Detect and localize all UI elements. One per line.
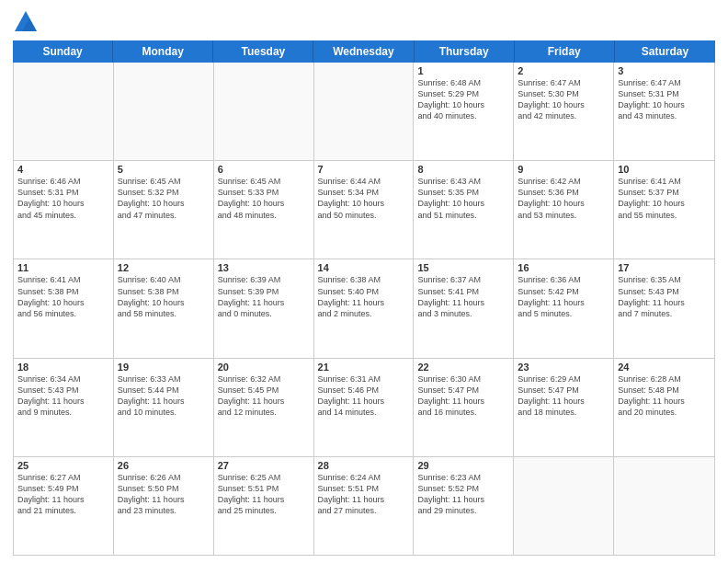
- empty-cell-0-3: [314, 63, 415, 160]
- day-number: 1: [417, 65, 509, 76]
- day-number: 4: [17, 164, 109, 175]
- day-number: 21: [318, 362, 410, 373]
- day-number: 19: [118, 362, 210, 373]
- day-number: 28: [318, 460, 410, 471]
- day-info: Sunrise: 6:42 AMSunset: 5:36 PMDaylight:…: [518, 176, 609, 221]
- day-info: Sunrise: 6:32 AMSunset: 5:45 PMDaylight:…: [218, 373, 310, 419]
- calendar-row-5: 25Sunrise: 6:27 AMSunset: 5:49 PMDayligh…: [14, 457, 714, 555]
- day-info: Sunrise: 6:33 AMSunset: 5:44 PMDaylight:…: [118, 373, 210, 419]
- day-header-sunday: Sunday: [13, 40, 113, 63]
- day-cell-17: 17Sunrise: 6:35 AMSunset: 5:43 PMDayligh…: [614, 259, 714, 357]
- day-header-friday: Friday: [515, 40, 615, 63]
- day-cell-4: 4Sunrise: 6:46 AMSunset: 5:31 PMDaylight…: [14, 161, 114, 259]
- day-header-thursday: Thursday: [415, 40, 515, 63]
- calendar-row-2: 4Sunrise: 6:46 AMSunset: 5:31 PMDaylight…: [14, 161, 714, 259]
- empty-cell-0-0: [14, 63, 114, 160]
- day-info: Sunrise: 6:34 AMSunset: 5:43 PMDaylight:…: [17, 373, 109, 419]
- logo-icon: [13, 9, 39, 35]
- day-number: 3: [618, 65, 711, 76]
- day-cell-21: 21Sunrise: 6:31 AMSunset: 5:46 PMDayligh…: [314, 359, 415, 456]
- day-number: 24: [618, 362, 711, 373]
- day-cell-13: 13Sunrise: 6:39 AMSunset: 5:39 PMDayligh…: [214, 259, 314, 357]
- day-cell-5: 5Sunrise: 6:45 AMSunset: 5:32 PMDaylight…: [114, 161, 214, 259]
- day-info: Sunrise: 6:48 AMSunset: 5:29 PMDaylight:…: [417, 77, 509, 122]
- day-cell-25: 25Sunrise: 6:27 AMSunset: 5:49 PMDayligh…: [14, 457, 114, 555]
- day-info: Sunrise: 6:44 AMSunset: 5:34 PMDaylight:…: [318, 176, 410, 221]
- day-number: 15: [417, 262, 509, 273]
- day-cell-24: 24Sunrise: 6:28 AMSunset: 5:48 PMDayligh…: [614, 359, 714, 456]
- day-cell-8: 8Sunrise: 6:43 AMSunset: 5:35 PMDaylight…: [414, 161, 514, 259]
- day-number: 9: [518, 164, 609, 175]
- header: [13, 9, 715, 35]
- day-cell-3: 3Sunrise: 6:47 AMSunset: 5:31 PMDaylight…: [614, 63, 714, 160]
- day-cell-20: 20Sunrise: 6:32 AMSunset: 5:45 PMDayligh…: [214, 359, 314, 456]
- day-number: 16: [518, 262, 609, 273]
- calendar-row-1: 1Sunrise: 6:48 AMSunset: 5:29 PMDaylight…: [14, 63, 714, 161]
- day-cell-2: 2Sunrise: 6:47 AMSunset: 5:30 PMDaylight…: [514, 63, 614, 160]
- day-cell-1: 1Sunrise: 6:48 AMSunset: 5:29 PMDaylight…: [414, 63, 514, 160]
- day-number: 17: [618, 262, 711, 273]
- day-cell-11: 11Sunrise: 6:41 AMSunset: 5:38 PMDayligh…: [14, 259, 114, 357]
- day-info: Sunrise: 6:30 AMSunset: 5:47 PMDaylight:…: [417, 373, 509, 419]
- calendar-body: 1Sunrise: 6:48 AMSunset: 5:29 PMDaylight…: [13, 63, 715, 556]
- day-info: Sunrise: 6:29 AMSunset: 5:47 PMDaylight:…: [518, 373, 609, 419]
- day-info: Sunrise: 6:23 AMSunset: 5:52 PMDaylight:…: [417, 472, 509, 517]
- day-number: 10: [618, 164, 711, 175]
- day-info: Sunrise: 6:25 AMSunset: 5:51 PMDaylight:…: [218, 472, 310, 517]
- day-info: Sunrise: 6:46 AMSunset: 5:31 PMDaylight:…: [17, 176, 109, 221]
- day-info: Sunrise: 6:39 AMSunset: 5:39 PMDaylight:…: [218, 274, 310, 319]
- empty-cell-0-2: [214, 63, 314, 160]
- day-number: 2: [518, 65, 609, 76]
- day-header-tuesday: Tuesday: [213, 40, 313, 63]
- day-info: Sunrise: 6:26 AMSunset: 5:50 PMDaylight:…: [118, 472, 210, 517]
- day-cell-12: 12Sunrise: 6:40 AMSunset: 5:38 PMDayligh…: [114, 259, 214, 357]
- day-info: Sunrise: 6:36 AMSunset: 5:42 PMDaylight:…: [518, 274, 609, 319]
- day-number: 25: [17, 460, 109, 471]
- day-number: 11: [17, 262, 109, 273]
- day-info: Sunrise: 6:45 AMSunset: 5:33 PMDaylight:…: [218, 176, 310, 221]
- day-cell-19: 19Sunrise: 6:33 AMSunset: 5:44 PMDayligh…: [114, 359, 214, 456]
- calendar: SundayMondayTuesdayWednesdayThursdayFrid…: [13, 40, 715, 556]
- day-cell-10: 10Sunrise: 6:41 AMSunset: 5:37 PMDayligh…: [614, 161, 714, 259]
- day-cell-29: 29Sunrise: 6:23 AMSunset: 5:52 PMDayligh…: [414, 457, 514, 555]
- day-cell-6: 6Sunrise: 6:45 AMSunset: 5:33 PMDaylight…: [214, 161, 314, 259]
- day-number: 13: [218, 262, 310, 273]
- day-cell-16: 16Sunrise: 6:36 AMSunset: 5:42 PMDayligh…: [514, 259, 614, 357]
- day-cell-14: 14Sunrise: 6:38 AMSunset: 5:40 PMDayligh…: [314, 259, 415, 357]
- empty-cell-4-6: [614, 457, 714, 555]
- day-cell-26: 26Sunrise: 6:26 AMSunset: 5:50 PMDayligh…: [114, 457, 214, 555]
- day-cell-9: 9Sunrise: 6:42 AMSunset: 5:36 PMDaylight…: [514, 161, 614, 259]
- day-info: Sunrise: 6:43 AMSunset: 5:35 PMDaylight:…: [417, 176, 509, 221]
- day-info: Sunrise: 6:35 AMSunset: 5:43 PMDaylight:…: [618, 274, 711, 319]
- logo: [13, 9, 42, 35]
- day-header-monday: Monday: [113, 40, 213, 63]
- day-info: Sunrise: 6:41 AMSunset: 5:38 PMDaylight:…: [17, 274, 109, 319]
- day-number: 8: [417, 164, 509, 175]
- day-cell-27: 27Sunrise: 6:25 AMSunset: 5:51 PMDayligh…: [214, 457, 314, 555]
- day-info: Sunrise: 6:47 AMSunset: 5:30 PMDaylight:…: [518, 77, 609, 122]
- day-number: 29: [417, 460, 509, 471]
- day-info: Sunrise: 6:41 AMSunset: 5:37 PMDaylight:…: [618, 176, 711, 221]
- day-cell-15: 15Sunrise: 6:37 AMSunset: 5:41 PMDayligh…: [414, 259, 514, 357]
- day-number: 6: [218, 164, 310, 175]
- day-cell-22: 22Sunrise: 6:30 AMSunset: 5:47 PMDayligh…: [414, 359, 514, 456]
- day-number: 18: [17, 362, 109, 373]
- calendar-row-3: 11Sunrise: 6:41 AMSunset: 5:38 PMDayligh…: [14, 259, 714, 358]
- calendar-row-4: 18Sunrise: 6:34 AMSunset: 5:43 PMDayligh…: [14, 359, 714, 457]
- empty-cell-0-1: [114, 63, 214, 160]
- day-number: 26: [118, 460, 210, 471]
- day-cell-23: 23Sunrise: 6:29 AMSunset: 5:47 PMDayligh…: [514, 359, 614, 456]
- day-number: 14: [318, 262, 410, 273]
- day-info: Sunrise: 6:24 AMSunset: 5:51 PMDaylight:…: [318, 472, 410, 517]
- day-info: Sunrise: 6:31 AMSunset: 5:46 PMDaylight:…: [318, 373, 410, 419]
- day-header-saturday: Saturday: [615, 40, 715, 63]
- day-info: Sunrise: 6:45 AMSunset: 5:32 PMDaylight:…: [118, 176, 210, 221]
- day-number: 7: [318, 164, 410, 175]
- day-info: Sunrise: 6:47 AMSunset: 5:31 PMDaylight:…: [618, 77, 711, 122]
- day-number: 12: [118, 262, 210, 273]
- day-number: 23: [518, 362, 609, 373]
- day-number: 5: [118, 164, 210, 175]
- day-cell-18: 18Sunrise: 6:34 AMSunset: 5:43 PMDayligh…: [14, 359, 114, 456]
- day-info: Sunrise: 6:38 AMSunset: 5:40 PMDaylight:…: [318, 274, 410, 319]
- day-cell-28: 28Sunrise: 6:24 AMSunset: 5:51 PMDayligh…: [314, 457, 415, 555]
